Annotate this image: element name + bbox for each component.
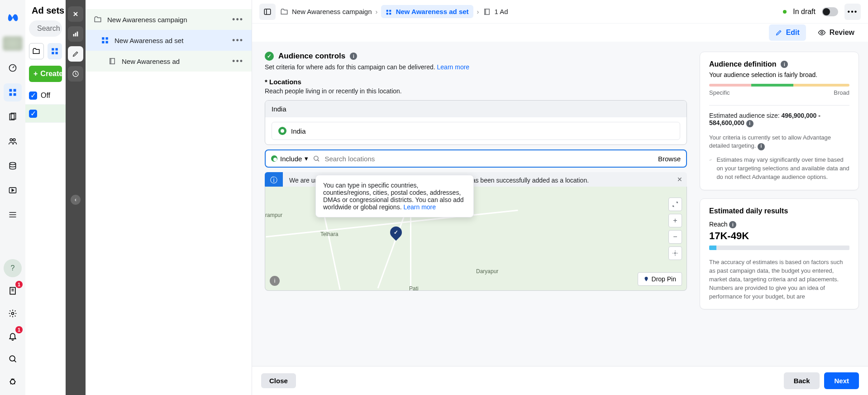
check-icon: ✓ — [265, 52, 274, 61]
svg-rect-17 — [55, 48, 57, 50]
nav-ads-reporting[interactable] — [4, 108, 22, 126]
row-label: Off — [41, 92, 50, 100]
content: ✓ Audience controls i Set criteria for w… — [252, 42, 868, 366]
info-icon[interactable]: i — [746, 120, 754, 127]
next-button[interactable]: Next — [824, 372, 859, 389]
info-icon[interactable]: i — [350, 53, 357, 60]
notifications-button[interactable]: 1 — [4, 327, 22, 345]
map-locate[interactable] — [668, 246, 682, 260]
nav-reports[interactable]: 1 — [4, 282, 22, 300]
structure-button[interactable] — [48, 43, 62, 59]
history-tool[interactable] — [68, 66, 83, 82]
svg-point-35 — [821, 32, 823, 34]
search-icon — [313, 155, 320, 162]
subbar: Edit Review — [252, 24, 868, 42]
nav-audiences[interactable] — [4, 132, 22, 150]
map-zoom-in[interactable]: + — [668, 214, 682, 227]
checkbox[interactable]: ✓ — [29, 110, 37, 118]
svg-point-36 — [314, 156, 318, 160]
search-box[interactable]: Search — [29, 20, 62, 37]
nav-billing[interactable] — [4, 157, 22, 175]
form-area: ✓ Audience controls i Set criteria for w… — [252, 42, 700, 366]
info-icon[interactable]: i — [729, 221, 736, 228]
nav-all-tools[interactable] — [4, 206, 22, 224]
left-title: Ad sets — [25, 5, 66, 20]
adset-row-selected[interactable]: ✓ — [25, 105, 66, 123]
svg-rect-24 — [102, 37, 104, 39]
review-tab[interactable]: Review — [811, 24, 861, 41]
close-info[interactable]: ✕ — [677, 176, 682, 183]
map-zoom-out[interactable]: − — [668, 230, 682, 244]
close-button[interactable]: Close — [261, 373, 296, 388]
create-button[interactable]: + Create — [29, 66, 62, 82]
checkbox[interactable]: ✓ — [29, 92, 37, 100]
info-icon[interactable]: i — [781, 61, 788, 68]
chevron-icon: › — [375, 8, 377, 15]
sidebar-toggle[interactable] — [259, 4, 276, 20]
search-tooltip: You can type in specific countries, coun… — [315, 175, 474, 217]
tree-label: New Awareness campaign — [107, 16, 187, 24]
tooltip-learn-more[interactable]: Learn more — [403, 203, 436, 211]
folder-button[interactable] — [29, 43, 44, 59]
card-title: Audience definition — [709, 60, 776, 68]
tree-ad[interactable]: New Awareness ad ••• — [86, 51, 252, 72]
more-icon[interactable]: ••• — [232, 15, 243, 24]
more-icon[interactable]: ••• — [232, 57, 243, 66]
tree-adset[interactable]: New Awareness ad set ••• — [86, 30, 252, 51]
create-label: Create — [40, 70, 63, 78]
nav-media[interactable] — [4, 181, 22, 199]
map-pin[interactable] — [388, 224, 405, 241]
location-box: India India — [265, 100, 687, 145]
pencil-icon — [775, 29, 782, 36]
search-button[interactable] — [4, 350, 22, 368]
browse-link[interactable]: Browse — [658, 155, 681, 163]
ad-icon — [483, 8, 491, 16]
learn-more-link[interactable]: Learn more — [437, 63, 470, 71]
info-icon[interactable]: i — [758, 143, 765, 150]
settings-button[interactable] — [4, 304, 22, 323]
def-sub: Your audience selection is fairly broad. — [709, 71, 849, 78]
back-button[interactable]: Back — [784, 372, 820, 389]
drop-pin-button[interactable]: Drop Pin — [638, 272, 682, 286]
map-expand[interactable] — [668, 198, 682, 211]
more-icon[interactable]: ••• — [232, 36, 243, 45]
tree-label: New Awareness ad — [122, 58, 180, 65]
edit-tab[interactable]: Edit — [769, 24, 806, 41]
nav-dashboard[interactable] — [4, 59, 22, 77]
map-city: Pati — [409, 285, 419, 291]
section-title: Audience controls — [278, 52, 345, 61]
tree-campaign[interactable]: New Awareness campaign ••• — [86, 9, 252, 30]
svg-rect-18 — [52, 52, 54, 54]
crumb-campaign[interactable]: New Awareness campaign — [292, 8, 372, 15]
svg-rect-4 — [14, 93, 16, 96]
map-info[interactable]: i — [270, 276, 280, 286]
section-subtext: Set criteria for where ads for this camp… — [265, 63, 687, 71]
include-dropdown[interactable]: Include ▾ — [271, 154, 308, 163]
main-panel: New Awareness campaign › New Awareness a… — [252, 0, 868, 395]
daily-results-card: Estimated daily results Reach i 17K-49K … — [700, 198, 859, 310]
adset-row-off[interactable]: ✓ Off — [25, 87, 66, 105]
collapse-strip[interactable]: ‹ — [71, 195, 81, 205]
badge: 1 — [15, 326, 23, 333]
crumb-ad[interactable]: 1 Ad — [495, 8, 508, 15]
help-button[interactable]: ? — [4, 259, 22, 277]
nav-campaigns[interactable] — [4, 83, 22, 101]
bug-button[interactable] — [4, 372, 22, 390]
meta-logo[interactable] — [5, 11, 19, 24]
svg-point-7 — [10, 139, 12, 141]
svg-rect-29 — [264, 9, 271, 14]
country-chip[interactable]: India — [272, 122, 680, 140]
location-search-input[interactable] — [324, 155, 653, 163]
status-toggle[interactable] — [822, 7, 838, 16]
map-city: Telhara — [320, 231, 338, 237]
account-avatar[interactable] — [3, 36, 23, 51]
edit-tool[interactable] — [68, 46, 83, 62]
more-menu[interactable]: ••• — [844, 4, 861, 20]
close-strip[interactable] — [68, 6, 83, 22]
crumb-adset[interactable]: New Awareness ad set — [381, 5, 473, 18]
tree-panel: New Awareness campaign ••• New Awareness… — [86, 0, 252, 395]
country-group: India — [265, 101, 687, 117]
svg-rect-22 — [77, 32, 78, 37]
tool-strip: ‹ — [66, 0, 86, 395]
chart-tool[interactable] — [68, 26, 83, 42]
